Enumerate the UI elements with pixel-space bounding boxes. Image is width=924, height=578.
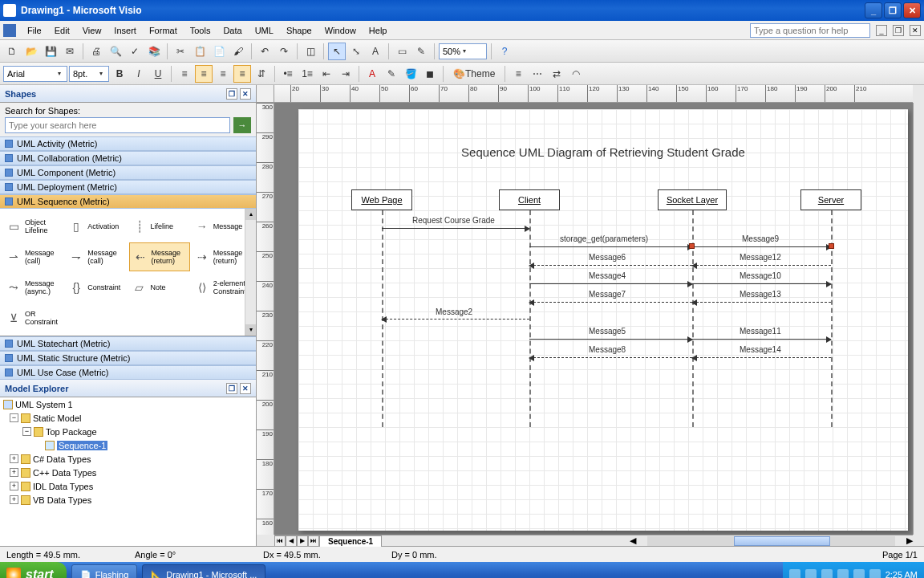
font-combo[interactable]: Arial▾ bbox=[3, 66, 67, 82]
help-search-input[interactable] bbox=[750, 23, 870, 38]
shape-message-return1[interactable]: ⇠Message (return) bbox=[129, 242, 190, 271]
arrow-request[interactable] bbox=[382, 228, 529, 229]
preview-button[interactable]: 🔍 bbox=[107, 43, 124, 60]
help-button[interactable]: ? bbox=[496, 43, 513, 60]
sheet-tab[interactable]: Sequence-1 bbox=[319, 535, 382, 547]
line-color[interactable]: ✎ bbox=[383, 65, 400, 83]
cut-button[interactable]: ✂ bbox=[172, 43, 189, 60]
menu-data[interactable]: Data bbox=[217, 23, 248, 38]
label-message6[interactable]: Message6 bbox=[589, 253, 626, 262]
label-message11[interactable]: Message11 bbox=[740, 327, 781, 336]
menu-format[interactable]: Format bbox=[143, 23, 184, 38]
tree-expand[interactable]: + bbox=[10, 468, 18, 477]
shapes-search-go[interactable]: → bbox=[233, 117, 251, 133]
connector-tool[interactable]: ⤡ bbox=[347, 43, 365, 60]
lifeline-server[interactable]: Server bbox=[800, 189, 861, 210]
increase-indent[interactable]: ⇥ bbox=[337, 65, 355, 83]
print-button[interactable]: 🖨 bbox=[87, 43, 105, 60]
copy-button[interactable]: 📋 bbox=[191, 43, 209, 60]
drawing-page[interactable]: Sequence UML Diagram of Retrieving Stude… bbox=[298, 109, 908, 531]
line-pattern[interactable]: ⋯ bbox=[529, 65, 546, 83]
paste-button[interactable]: 📄 bbox=[210, 43, 228, 60]
menu-view[interactable]: View bbox=[76, 23, 108, 38]
redo-button[interactable]: ↷ bbox=[275, 43, 293, 60]
mdi-minimize[interactable]: _ bbox=[876, 25, 887, 36]
shape-message-call1[interactable]: ⇀Message (call) bbox=[3, 242, 64, 271]
menu-insert[interactable]: Insert bbox=[107, 23, 143, 38]
arrow-message5[interactable] bbox=[529, 339, 692, 340]
tree-expand[interactable]: + bbox=[10, 495, 18, 504]
arrow-message7[interactable] bbox=[529, 302, 692, 303]
shape-2elem-constraint[interactable]: ⟨⟩2-element Constraint bbox=[192, 273, 253, 302]
label-message2[interactable]: Message2 bbox=[436, 307, 472, 316]
tab-first[interactable]: ⏮ bbox=[274, 535, 286, 547]
label-message8[interactable]: Message8 bbox=[589, 345, 626, 354]
stencil-deployment[interactable]: UML Deployment (Metric) bbox=[0, 180, 256, 194]
maximize-button[interactable]: ❐ bbox=[884, 2, 902, 18]
align-justify[interactable]: ≡ bbox=[233, 65, 251, 83]
research-button[interactable]: 📚 bbox=[145, 43, 163, 60]
shape-constraint[interactable]: {}Constraint bbox=[66, 273, 127, 302]
shadow[interactable]: ◼ bbox=[421, 65, 439, 83]
mdi-restore[interactable]: ❐ bbox=[893, 25, 904, 36]
shape-message[interactable]: →Message bbox=[192, 212, 253, 241]
arrow-storage-get[interactable] bbox=[529, 246, 692, 247]
shape-object-lifeline[interactable]: ▭Object Lifeline bbox=[3, 212, 64, 241]
tree-expand[interactable]: + bbox=[10, 482, 18, 490]
arrow-message2[interactable] bbox=[382, 319, 529, 320]
shapes-search-input[interactable] bbox=[5, 117, 230, 133]
label-message7[interactable]: Message7 bbox=[589, 290, 626, 299]
tray-icon[interactable] bbox=[821, 569, 833, 578]
stencil-component[interactable]: UML Component (Metric) bbox=[0, 165, 256, 180]
selection-handle[interactable] bbox=[689, 243, 695, 249]
shapes-popout[interactable]: ❐ bbox=[226, 88, 237, 100]
format-painter-button[interactable]: 🖌 bbox=[229, 43, 247, 60]
tab-last[interactable]: ⏭ bbox=[308, 535, 319, 547]
pointer-tool[interactable]: ↖ bbox=[328, 43, 346, 60]
label-request[interactable]: Request Course Grade bbox=[412, 216, 495, 225]
selection-handle[interactable] bbox=[829, 243, 834, 249]
tray-icon[interactable] bbox=[789, 569, 800, 578]
stencil-collaboration[interactable]: UML Collaboration (Metric) bbox=[0, 151, 256, 165]
menu-window[interactable]: Window bbox=[318, 23, 363, 38]
menu-tools[interactable]: Tools bbox=[184, 23, 217, 38]
fontsize-combo[interactable]: 8pt.▾ bbox=[69, 66, 109, 82]
save-button[interactable]: 💾 bbox=[42, 43, 59, 60]
label-message12[interactable]: Message12 bbox=[740, 253, 781, 262]
close-button[interactable]: ✕ bbox=[903, 2, 921, 18]
arrow-message14[interactable] bbox=[692, 357, 831, 358]
tree-expand[interactable]: + bbox=[10, 454, 18, 463]
corner-rounding[interactable]: ◠ bbox=[567, 65, 585, 83]
align-left[interactable]: ≡ bbox=[176, 65, 193, 83]
hscroll-track[interactable] bbox=[647, 536, 895, 546]
vertical-scrollbar[interactable] bbox=[913, 103, 924, 535]
tab-prev[interactable]: ◀ bbox=[286, 535, 297, 547]
label-message13[interactable]: Message13 bbox=[740, 290, 781, 299]
arrow-message9[interactable] bbox=[692, 246, 831, 247]
task-drawing1[interactable]: 📐Drawing1 - Microsoft ... bbox=[142, 564, 265, 578]
tray-icon[interactable] bbox=[869, 569, 881, 578]
italic-button[interactable]: I bbox=[130, 65, 148, 83]
start-button[interactable]: start bbox=[0, 562, 67, 578]
hscroll-right[interactable]: ▶ bbox=[906, 535, 913, 546]
clock[interactable]: 2:25 AM bbox=[886, 570, 918, 578]
hscroll-left[interactable]: ◀ bbox=[630, 535, 636, 546]
ink-tool[interactable]: ✎ bbox=[412, 43, 430, 60]
label-message10[interactable]: Message10 bbox=[740, 271, 781, 280]
open-button[interactable]: 📂 bbox=[22, 43, 40, 60]
shape-activation[interactable]: ▯Activation bbox=[66, 212, 127, 241]
shape-message-async[interactable]: ⤳Message (async.) bbox=[3, 273, 64, 302]
arrow-message12[interactable] bbox=[692, 265, 831, 266]
canvas[interactable]: Sequence UML Diagram of Retrieving Stude… bbox=[274, 103, 913, 535]
rectangle-tool[interactable]: ▭ bbox=[393, 43, 411, 60]
palette-scrollbar[interactable]: ▴▾ bbox=[245, 209, 256, 336]
zoom-combo[interactable]: 50%▾ bbox=[439, 43, 487, 59]
shape-note[interactable]: ▱Note bbox=[129, 273, 190, 302]
arrow-message10[interactable] bbox=[692, 283, 831, 284]
stencil-activity[interactable]: UML Activity (Metric) bbox=[0, 136, 256, 151]
stencil-sequence[interactable]: UML Sequence (Metric) bbox=[0, 194, 256, 209]
label-message9[interactable]: Message9 bbox=[742, 234, 779, 243]
explorer-close[interactable]: ✕ bbox=[240, 383, 251, 394]
tab-next[interactable]: ▶ bbox=[297, 535, 308, 547]
mail-button[interactable]: ✉ bbox=[61, 43, 79, 60]
